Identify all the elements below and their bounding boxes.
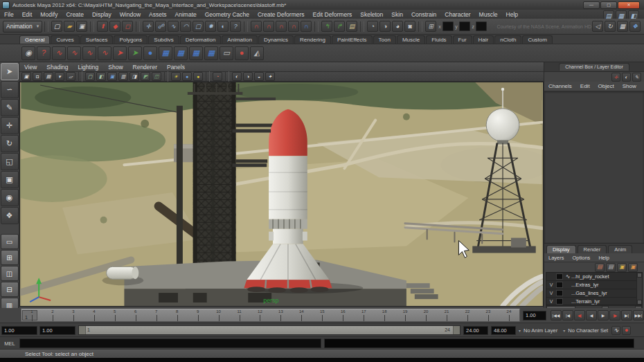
- all-lights-icon[interactable]: [182, 72, 192, 81]
- layer-row[interactable]: ∿ ...hi_poly_rocket: [546, 273, 642, 281]
- shelf-tab[interactable]: General: [19, 35, 50, 44]
- menu-item[interactable]: Create Deformers: [253, 11, 309, 18]
- divider[interactable]: [90, 21, 94, 32]
- menu-item[interactable]: Animate: [171, 11, 201, 18]
- go-to-end-button[interactable]: ▶▶|: [633, 310, 644, 320]
- viewport-menu-item[interactable]: Panels: [162, 64, 190, 71]
- frame-tick[interactable]: 15: [312, 309, 332, 321]
- create-layer-from-selected-icon[interactable]: [628, 263, 638, 272]
- shelf-tab[interactable]: Toon: [373, 35, 396, 44]
- channel-box-tab[interactable]: Channel Box / Layer Editor: [559, 63, 629, 71]
- snap-to-curve-icon[interactable]: [263, 21, 274, 32]
- step-back-frame-button[interactable]: |◀: [562, 310, 573, 320]
- render-current-frame-icon[interactable]: [379, 21, 391, 32]
- divider[interactable]: [44, 21, 48, 32]
- channel-box-menu-item[interactable]: Object: [594, 83, 618, 89]
- minimize-button[interactable]: —: [583, 1, 600, 9]
- frame-tick[interactable]: 22: [457, 309, 478, 321]
- shelf-tab[interactable]: Hair: [473, 35, 494, 44]
- rotate-tool[interactable]: ↻: [1, 135, 19, 152]
- shelf-pencil-curve-icon[interactable]: [82, 46, 96, 60]
- shelf-tab[interactable]: Animation: [222, 35, 258, 44]
- frame-tick[interactable]: 18: [374, 309, 395, 321]
- layer-name[interactable]: ...Terrain_lyr: [571, 298, 600, 305]
- select-hierarchy-icon[interactable]: [97, 21, 108, 32]
- auto-keyframe-icon[interactable]: [622, 326, 631, 335]
- layer-editor-menu-item[interactable]: Options: [569, 255, 595, 261]
- channel-box-menu-item[interactable]: Edit: [576, 83, 594, 89]
- playback-start-field[interactable]: 1.00: [39, 326, 75, 335]
- layer-visibility-toggle[interactable]: V: [546, 299, 556, 304]
- layer-visibility-toggle[interactable]: V: [546, 291, 556, 296]
- y-coord-field[interactable]: [459, 21, 471, 31]
- snap-to-plane-icon[interactable]: [288, 21, 299, 32]
- paint-select-tool[interactable]: ✎: [1, 99, 19, 116]
- layer-color-swatch[interactable]: [556, 290, 563, 296]
- layout-persp-outliner-button[interactable]: ◫: [1, 266, 19, 281]
- playback-end-field[interactable]: 24.00: [463, 326, 488, 335]
- ssao-icon[interactable]: [141, 72, 150, 81]
- default-lighting-icon[interactable]: [171, 72, 181, 81]
- shelf-tab[interactable]: PaintEffects: [332, 35, 373, 44]
- layer-editor-menu-item[interactable]: Help: [594, 255, 613, 261]
- shadows-icon[interactable]: [129, 72, 139, 81]
- command-input[interactable]: [19, 338, 321, 348]
- layer-name[interactable]: ...Gas_lines_lyr: [571, 290, 607, 296]
- shelf-tab[interactable]: Deformation: [180, 35, 222, 44]
- resolution-gate-icon[interactable]: [232, 72, 242, 81]
- window-titlebar[interactable]: Autodesk Maya 2012 x64: C:\Maya\HTM_Navi…: [0, 0, 644, 10]
- scale-tool[interactable]: ◱: [1, 153, 19, 170]
- snap-to-point-icon[interactable]: [276, 21, 287, 32]
- shelf-poly-plane-icon[interactable]: [220, 46, 233, 60]
- open-scene-icon[interactable]: [64, 21, 75, 32]
- time-slider[interactable]: 1 12345678910111213141516171819202122232…: [21, 309, 520, 322]
- move-layer-up-icon[interactable]: [595, 263, 605, 272]
- layer-editor-tab[interactable]: Anim: [608, 245, 632, 253]
- rotate-view-icon[interactable]: [605, 21, 616, 32]
- channel-box-menu-item[interactable]: Channels: [544, 83, 576, 89]
- frame-tick[interactable]: 13: [270, 309, 291, 321]
- go-to-start-button[interactable]: |◀◀: [551, 310, 562, 320]
- speaker-icon[interactable]: [592, 21, 603, 32]
- pencil-icon[interactable]: [632, 73, 641, 82]
- shelf-nurbs-sphere-icon[interactable]: [235, 46, 249, 60]
- x-coord-field[interactable]: [442, 21, 454, 31]
- lasso-select-tool[interactable]: ∽: [1, 81, 19, 98]
- frame-tick[interactable]: 4: [84, 309, 105, 321]
- motion-blur-icon[interactable]: [152, 72, 161, 81]
- frame-tick[interactable]: 23: [478, 309, 499, 321]
- create-empty-layer-icon[interactable]: [617, 263, 627, 272]
- ipr-render-icon[interactable]: [392, 21, 403, 32]
- frame-tick[interactable]: 9: [188, 309, 208, 321]
- shelf-help-icon[interactable]: [37, 46, 51, 60]
- current-time-field[interactable]: 1.00: [523, 311, 546, 320]
- frame-tick[interactable]: 1: [21, 309, 42, 321]
- mask-deformers-icon[interactable]: [193, 21, 204, 32]
- smooth-shade-icon[interactable]: [96, 72, 106, 81]
- manipulator-xyz-icon[interactable]: [611, 73, 620, 82]
- step-forward-key-button[interactable]: |▶: [609, 310, 620, 320]
- step-forward-frame-button[interactable]: ▶|: [621, 310, 632, 320]
- menu-item[interactable]: Character: [440, 11, 474, 18]
- field-chart-icon[interactable]: [254, 72, 264, 81]
- flat-lighting-icon[interactable]: [193, 72, 203, 81]
- channel-list-area[interactable]: [544, 91, 644, 244]
- divider[interactable]: [418, 21, 422, 32]
- move-tool[interactable]: ✛: [1, 117, 19, 134]
- maximize-button[interactable]: ▢: [600, 1, 617, 9]
- shelf-tab[interactable]: Fluids: [426, 35, 451, 44]
- menu-item[interactable]: Assets: [145, 11, 171, 18]
- image-plane-icon[interactable]: [66, 72, 75, 81]
- layout-four-pane-button[interactable]: ⊞: [1, 250, 19, 265]
- shelf-tab[interactable]: Polygons: [114, 35, 147, 44]
- anim-layer-dropdown[interactable]: ▾ No Anim Layer: [516, 325, 560, 335]
- layer-color-swatch[interactable]: [556, 298, 563, 305]
- frame-tick[interactable]: 10: [208, 309, 229, 321]
- layer-row[interactable]: V ...Terrain_lyr: [546, 298, 642, 305]
- shelf-poly-cylinder-icon[interactable]: [174, 46, 188, 60]
- menu-item[interactable]: Edit: [18, 11, 37, 18]
- layer-row[interactable]: V ...Gas_lines_lyr: [546, 289, 642, 298]
- shelf-poly-cube-icon[interactable]: [159, 46, 172, 60]
- gate-mask-icon[interactable]: [243, 72, 253, 81]
- play-backward-button[interactable]: ◀: [586, 310, 597, 320]
